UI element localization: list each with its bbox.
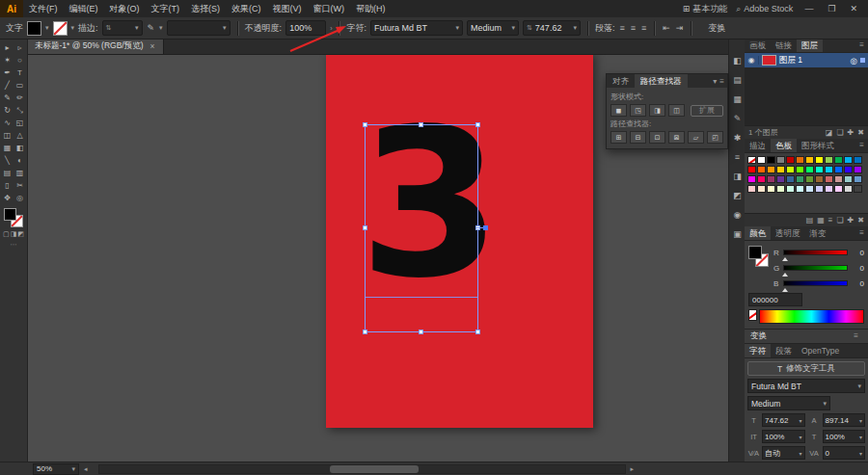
line-segment-tool[interactable]: ╱ [1, 79, 14, 92]
character-font-style-field[interactable]: Medium ▾ [747, 396, 830, 410]
green-slider[interactable] [783, 265, 848, 271]
paintbrush-tool[interactable]: ✎ [1, 92, 14, 104]
close-button[interactable]: ✕ [847, 4, 860, 13]
column-graph-tool[interactable]: ▥ [14, 167, 26, 179]
tab-color[interactable]: 颜色 [745, 226, 771, 240]
make-clip-mask-icon[interactable]: ◪ [826, 128, 833, 137]
sw[interactable] [854, 166, 862, 173]
stroke-color-swatch[interactable] [53, 21, 68, 36]
sw[interactable] [786, 156, 795, 164]
sw[interactable] [796, 185, 804, 193]
vertical-scale-field[interactable]: 100% ▾ [762, 430, 805, 443]
mesh-tool[interactable]: ▦ [1, 142, 14, 154]
font-family-chevron-icon[interactable]: ▾ [857, 383, 861, 390]
sw[interactable] [854, 156, 862, 164]
swatch-kinds-icon[interactable]: ▦ [817, 216, 825, 224]
opacity-field[interactable]: 100% [285, 20, 326, 36]
swatches-icon[interactable]: ▦ [730, 92, 745, 105]
sw[interactable] [805, 185, 814, 193]
menu-item[interactable]: 编辑(E) [64, 0, 104, 17]
tab-align[interactable]: 对齐 [607, 74, 635, 88]
pencil-tool[interactable]: ✏ [14, 92, 26, 104]
scale-tool[interactable]: ⤡ [14, 104, 26, 117]
delete-swatch-icon[interactable]: ✖ [857, 216, 864, 224]
chevron-down-icon[interactable]: ▾ [859, 417, 862, 424]
sw[interactable] [757, 166, 766, 173]
sw[interactable] [767, 185, 775, 193]
sw[interactable] [844, 166, 853, 173]
indent-right-icon[interactable]: ⇥ [675, 23, 685, 33]
crop-icon[interactable]: ⊠ [668, 131, 685, 144]
collapse-icon[interactable]: ▾ [713, 77, 717, 86]
menu-item[interactable]: 视图(V) [267, 0, 308, 17]
sw[interactable] [767, 156, 775, 164]
panel-menu-icon[interactable]: ≡ [855, 39, 868, 52]
font-style-field[interactable]: Medium ▾ [467, 20, 519, 36]
expand-button[interactable]: 扩展 [691, 105, 723, 117]
type-tool[interactable]: T [14, 66, 26, 79]
brushes-icon[interactable]: ✎ [730, 112, 745, 124]
red-slider-thumb[interactable] [782, 254, 788, 261]
sw[interactable] [825, 175, 833, 183]
red-slider[interactable] [783, 250, 848, 255]
selection-bounding-box[interactable] [365, 124, 478, 332]
character-font-size-field[interactable]: 747.62 ▾ [762, 413, 805, 427]
selection-handle[interactable] [363, 122, 367, 127]
selection-handle[interactable] [363, 225, 367, 230]
tab-stroke[interactable]: 描边 [745, 139, 771, 152]
sw[interactable] [786, 185, 795, 193]
stroke-field-chevron-icon[interactable]: ▾ [135, 24, 139, 32]
width-tool[interactable]: ∿ [1, 117, 14, 129]
selection-handle[interactable] [363, 330, 367, 334]
chevron-down-icon[interactable]: ▾ [859, 434, 862, 440]
tab-layers[interactable]: 图层 [797, 39, 823, 52]
unite-icon[interactable]: ◼ [610, 104, 627, 117]
brush-chevron-icon[interactable]: ▾ [159, 24, 163, 32]
tab-pathfinder[interactable]: 路径查找器 [635, 74, 688, 88]
sw[interactable] [757, 185, 766, 193]
font-size-spinner-icon[interactable]: ⇅ [527, 24, 532, 32]
zoom-level-field[interactable]: 50% ▾ [33, 463, 79, 475]
red-value[interactable]: 0 [851, 249, 864, 257]
rotate-tool[interactable]: ↻ [1, 104, 14, 117]
align-center-icon[interactable]: ≡ [630, 23, 637, 33]
slice-tool[interactable]: ✂ [14, 179, 26, 192]
panel-menu-icon[interactable]: ≡ [855, 139, 868, 152]
menu-item[interactable]: 选择(S) [185, 0, 226, 17]
rectangle-tool[interactable]: ▭ [14, 79, 26, 92]
transform-panel-header[interactable]: 变换 ≡ [745, 329, 868, 344]
sw[interactable] [815, 185, 824, 193]
brush-definition-icon[interactable]: ✎ [147, 23, 156, 33]
color-panel-icon[interactable]: ◧ [730, 54, 745, 66]
panel-menu-icon[interactable]: ≡ [719, 77, 724, 86]
sw[interactable] [854, 185, 862, 193]
fill-stroke-indicator[interactable] [748, 246, 769, 267]
hand-tool[interactable]: ✥ [1, 192, 14, 204]
tab-links[interactable]: 链接 [771, 39, 797, 52]
sw[interactable] [815, 156, 824, 164]
sw[interactable] [747, 156, 756, 164]
sw[interactable] [825, 185, 833, 193]
menu-item[interactable]: 帮助(H) [350, 0, 392, 17]
sw[interactable] [825, 166, 833, 173]
chevron-down-icon[interactable]: ▾ [799, 417, 801, 424]
gradient-tool[interactable]: ◧ [14, 142, 26, 154]
gradient-icon[interactable]: ◨ [730, 170, 745, 182]
font-family-chevron-icon[interactable]: ▾ [455, 24, 459, 32]
scroll-right-icon[interactable]: ▸ [631, 465, 635, 473]
sw[interactable] [786, 166, 795, 173]
sw[interactable] [844, 175, 853, 183]
symbol-sprayer-tool[interactable]: ▤ [1, 167, 14, 179]
none-color-chip[interactable] [748, 309, 757, 321]
selection-handle[interactable] [475, 330, 480, 334]
stock-search[interactable]: ⌕ Adobe Stock [736, 4, 793, 14]
sw[interactable] [747, 166, 756, 173]
panel-menu-icon[interactable]: ≡ [855, 226, 868, 240]
tab-character[interactable]: 字符 [745, 344, 771, 357]
scroll-left-icon[interactable]: ◂ [84, 465, 88, 473]
green-value[interactable]: 0 [851, 264, 864, 273]
maximize-button[interactable]: ❐ [825, 4, 838, 13]
document-tab[interactable]: 未标题-1* @ 50% (RGB/预览) × [27, 39, 164, 54]
selection-handle[interactable] [419, 330, 423, 334]
horizontal-scale-field[interactable]: 100% ▾ [823, 430, 866, 443]
